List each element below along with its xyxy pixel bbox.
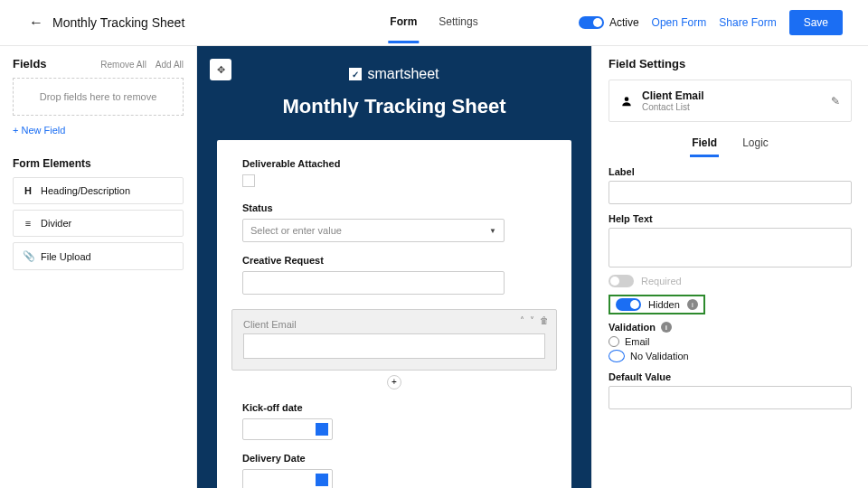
- move-down-icon[interactable]: ˅: [530, 315, 534, 325]
- save-button[interactable]: Save: [789, 10, 843, 35]
- delete-icon[interactable]: 🗑: [540, 315, 549, 325]
- selected-field-card: Client Email Contact List ✎: [609, 80, 852, 122]
- element-label: Heading/Description: [41, 185, 130, 196]
- kickoff-date-input[interactable]: [242, 418, 333, 440]
- page-title: Monthly Tracking Sheet: [52, 15, 184, 30]
- active-toggle[interactable]: [579, 16, 604, 29]
- hidden-label: Hidden: [648, 299, 680, 310]
- brand-logo: ✓ smartsheet: [217, 66, 571, 82]
- add-field-below-button[interactable]: +: [387, 375, 401, 389]
- attachment-icon: 📎: [23, 250, 33, 262]
- element-file-upload[interactable]: 📎 File Upload: [13, 242, 184, 270]
- add-all-link[interactable]: Add All: [156, 60, 184, 70]
- form-title: Monthly Tracking Sheet: [217, 95, 571, 118]
- tab-form[interactable]: Form: [388, 3, 419, 43]
- share-form-link[interactable]: Share Form: [719, 16, 776, 29]
- info-icon[interactable]: i: [687, 299, 698, 310]
- element-heading[interactable]: H Heading/Description: [13, 177, 184, 204]
- field-settings-heading: Field Settings: [609, 57, 852, 70]
- top-tabs: Form Settings: [388, 3, 479, 43]
- validation-email-label: Email: [625, 336, 650, 347]
- active-toggle-wrap: Active: [579, 16, 639, 29]
- hidden-highlight: Hidden i: [609, 295, 705, 314]
- status-placeholder: Select or enter value: [250, 225, 342, 236]
- remove-all-link[interactable]: Remove All: [100, 60, 146, 70]
- calendar-icon: [316, 474, 328, 486]
- help-text-label: Help Text: [609, 213, 852, 224]
- tab-settings[interactable]: Settings: [437, 3, 479, 43]
- creative-input[interactable]: [242, 271, 505, 295]
- selected-field-name: Client Email: [642, 89, 704, 102]
- field-label-status: Status: [242, 202, 546, 213]
- field-label-kickoff: Kick-off date: [242, 402, 546, 413]
- selected-field-type: Contact List: [642, 102, 704, 112]
- default-value-label: Default Value: [609, 371, 852, 382]
- subtab-field[interactable]: Field: [690, 131, 719, 157]
- element-divider[interactable]: ≡ Divider: [13, 210, 184, 237]
- svg-point-0: [625, 97, 629, 101]
- label-input[interactable]: [609, 181, 852, 204]
- selected-field-client-email[interactable]: ˄ ˅ 🗑 Client Email: [231, 309, 557, 371]
- help-text-input[interactable]: [609, 228, 852, 267]
- required-label: Required: [641, 276, 682, 286]
- heading-icon: H: [23, 185, 33, 196]
- validation-label: Validation: [609, 322, 656, 333]
- subtab-logic[interactable]: Logic: [741, 131, 770, 157]
- move-handle-icon[interactable]: ✥: [210, 59, 231, 80]
- delivery-date-input[interactable]: [242, 469, 333, 489]
- brand-mark-icon: ✓: [349, 68, 362, 80]
- label-label: Label: [609, 166, 852, 177]
- chevron-down-icon: ▼: [489, 227, 496, 235]
- field-settings-panel: Field Settings Client Email Contact List…: [591, 46, 868, 488]
- move-up-icon[interactable]: ˄: [520, 315, 524, 325]
- element-label: Divider: [41, 218, 71, 229]
- validation-none-label: No Validation: [630, 351, 689, 361]
- active-label: Active: [609, 16, 639, 29]
- divider-icon: ≡: [23, 218, 33, 229]
- default-value-input[interactable]: [609, 386, 852, 409]
- status-select[interactable]: Select or enter value ▼: [242, 219, 505, 242]
- form-card: Deliverable Attached Status Select or en…: [217, 140, 571, 488]
- brand-text: smartsheet: [367, 66, 439, 82]
- deliverable-checkbox[interactable]: [242, 174, 255, 187]
- client-email-input[interactable]: [243, 333, 545, 359]
- fields-heading: Fields: [13, 57, 47, 70]
- validation-email-radio[interactable]: [609, 336, 619, 347]
- new-field-link[interactable]: + New Field: [13, 125, 65, 136]
- back-arrow-icon[interactable]: ←: [29, 14, 43, 31]
- fields-panel: Fields Remove All Add All Drop fields he…: [0, 46, 197, 488]
- selected-field-label: Client Email: [243, 319, 545, 330]
- form-elements-heading: Form Elements: [13, 157, 184, 170]
- info-icon[interactable]: i: [661, 322, 672, 333]
- remove-dropzone[interactable]: Drop fields here to remove: [13, 78, 184, 116]
- field-label-deliverable: Deliverable Attached: [242, 158, 546, 169]
- open-form-link[interactable]: Open Form: [652, 16, 707, 29]
- hidden-toggle[interactable]: [616, 298, 641, 311]
- element-label: File Upload: [41, 251, 91, 262]
- calendar-icon: [316, 423, 328, 436]
- form-canvas: ✥ ✓ smartsheet Monthly Tracking Sheet De…: [197, 46, 591, 488]
- field-label-creative: Creative Request: [242, 255, 546, 266]
- edit-icon[interactable]: ✎: [831, 95, 840, 108]
- validation-none-radio[interactable]: [609, 350, 625, 362]
- contact-icon: [620, 95, 633, 108]
- required-toggle[interactable]: [609, 275, 634, 287]
- field-label-delivery: Delivery Date: [242, 453, 546, 464]
